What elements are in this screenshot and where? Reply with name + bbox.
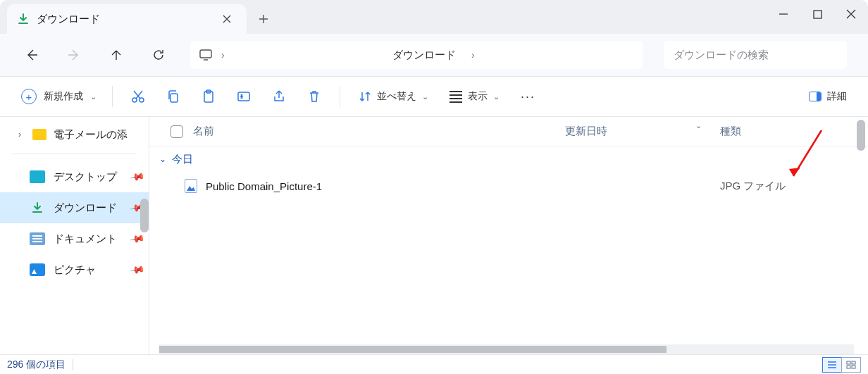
svg-rect-11 [852, 361, 855, 364]
search-placeholder: ダウンロードの検索 [674, 49, 769, 62]
main-area: › 電子メールの添 デスクトップ 📌 ダウンロード 📌 ドキュメント 📌 ピクチ… [0, 117, 868, 354]
cut-button[interactable] [124, 83, 152, 110]
select-all-checkbox[interactable] [170, 125, 183, 138]
separator [340, 86, 340, 107]
item-count: 296 個の項目 [7, 359, 66, 371]
new-label: 新規作成 [44, 90, 83, 103]
sidebar-item-downloads[interactable]: ダウンロード 📌 [0, 192, 149, 223]
breadcrumb-current[interactable]: ダウンロード [392, 49, 456, 62]
group-today[interactable]: ⌄ 今日 [149, 147, 868, 172]
delete-button[interactable] [300, 83, 328, 110]
svg-rect-1 [200, 50, 211, 58]
sidebar-scrollbar[interactable] [140, 199, 149, 232]
svg-rect-12 [847, 366, 850, 368]
toolbar: + 新規作成 ⌄ 並べ替え ⌄ 表示 ⌄ ··· 詳細 [0, 76, 868, 117]
document-icon [30, 232, 45, 245]
details-view-toggle[interactable] [822, 357, 842, 373]
separator [13, 154, 136, 154]
details-pane-icon [809, 92, 822, 101]
refresh-button[interactable] [148, 44, 169, 66]
picture-icon [30, 263, 45, 276]
pin-icon[interactable]: 📌 [129, 231, 145, 247]
sort-label: 並べ替え [377, 90, 416, 103]
svg-rect-0 [814, 11, 822, 18]
list-icon [450, 91, 462, 103]
sort-button[interactable]: 並べ替え ⌄ [352, 83, 435, 110]
column-label: 種類 [720, 125, 741, 137]
separator [73, 359, 73, 370]
file-list: 名前 更新日時 種類 ⌄ ⌄ 今日 Public Domain_Picture-… [149, 117, 868, 354]
share-button[interactable] [265, 83, 293, 110]
tree-label: 電子メールの添 [54, 128, 128, 142]
tab-downloads[interactable]: ダウンロード [7, 4, 247, 34]
sidebar-item-label: ドキュメント [54, 232, 117, 246]
copy-button[interactable] [159, 83, 187, 110]
plus-circle-icon: + [21, 89, 37, 104]
back-button[interactable] [21, 44, 42, 66]
sidebar-item-pictures[interactable]: ピクチャ 📌 [0, 254, 149, 285]
sidebar-item-documents[interactable]: ドキュメント 📌 [0, 223, 149, 254]
sidebar-item-desktop[interactable]: デスクトップ 📌 [0, 161, 149, 192]
chevron-down-icon: ⌄ [90, 92, 97, 101]
details-label: 詳細 [827, 90, 847, 103]
column-name[interactable]: 名前 [170, 125, 565, 138]
paste-button[interactable] [194, 83, 223, 110]
group-label: 今日 [172, 153, 193, 166]
rename-button[interactable] [230, 83, 258, 110]
file-row[interactable]: Public Domain_Picture-1 JPG ファイル [149, 172, 868, 200]
svg-rect-7 [238, 92, 249, 101]
file-type: JPG ファイル [720, 180, 833, 193]
view-label: 表示 [468, 90, 488, 103]
desktop-icon [30, 170, 45, 183]
svg-rect-4 [170, 94, 178, 102]
breadcrumb-bar[interactable]: › ダウンロード › [190, 41, 643, 69]
vertical-scrollbar[interactable] [857, 120, 865, 151]
search-input[interactable]: ダウンロードの検索 [664, 41, 847, 69]
sidebar-item-label: ピクチャ [54, 263, 96, 277]
monitor-icon [199, 49, 213, 61]
separator [112, 86, 113, 107]
up-button[interactable] [106, 44, 127, 66]
folder-icon [32, 129, 46, 140]
svg-rect-10 [847, 361, 850, 364]
status-bar: 296 個の項目 [0, 354, 868, 374]
chevron-down-icon: ⌄ [422, 92, 428, 101]
column-type[interactable]: 種類 [720, 125, 819, 138]
svg-rect-13 [852, 366, 855, 368]
titlebar: ダウンロード [0, 0, 868, 34]
sort-icon [359, 90, 371, 103]
column-headers: 名前 更新日時 種類 ⌄ [149, 117, 868, 147]
view-button[interactable]: 表示 ⌄ [442, 83, 507, 110]
sidebar: › 電子メールの添 デスクトップ 📌 ダウンロード 📌 ドキュメント 📌 ピクチ… [0, 117, 149, 354]
file-name: Public Domain_Picture-1 [206, 180, 322, 192]
new-tab-button[interactable] [247, 4, 280, 34]
sidebar-item-label: ダウンロード [54, 201, 117, 215]
chevron-right-icon[interactable]: › [14, 130, 25, 139]
pin-icon[interactable]: 📌 [129, 169, 145, 185]
chevron-down-icon[interactable]: ⌄ [695, 121, 702, 130]
pin-icon[interactable]: 📌 [129, 262, 145, 278]
minimize-button[interactable] [767, 0, 800, 28]
close-window-button[interactable] [834, 0, 868, 28]
thumbnails-view-toggle[interactable] [841, 357, 861, 373]
more-button[interactable]: ··· [514, 83, 542, 110]
details-pane-button[interactable]: 詳細 [802, 83, 854, 110]
tree-item-email-attachments[interactable]: › 電子メールの添 [0, 121, 149, 148]
new-button[interactable]: + 新規作成 ⌄ [14, 83, 101, 110]
chevron-down-icon: ⌄ [493, 92, 500, 101]
scrollbar-thumb[interactable] [159, 346, 666, 353]
download-icon [17, 13, 30, 25]
maximize-button[interactable] [800, 0, 834, 28]
chevron-right-icon: › [221, 49, 225, 61]
chevron-right-icon[interactable]: › [471, 49, 475, 61]
download-icon [30, 201, 45, 214]
address-bar: › ダウンロード › ダウンロードの検索 [0, 34, 868, 76]
forward-button[interactable] [63, 44, 85, 66]
chevron-down-icon: ⌄ [159, 154, 166, 164]
column-label: 更新日時 [565, 125, 607, 137]
horizontal-scrollbar[interactable] [159, 344, 854, 354]
sidebar-item-label: デスクトップ [54, 170, 117, 184]
image-file-icon [185, 179, 197, 193]
tab-title: ダウンロード [37, 13, 210, 26]
close-tab-button[interactable] [217, 9, 237, 29]
